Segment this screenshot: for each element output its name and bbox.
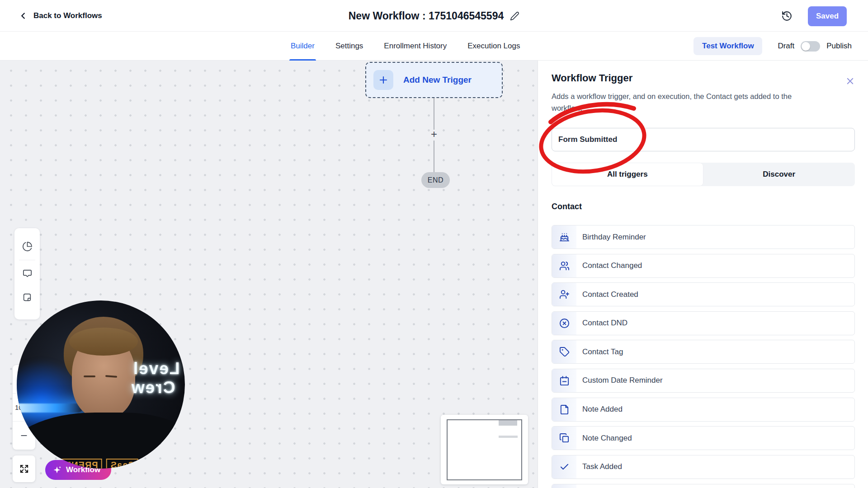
trigger-list: Birthday ReminderContact ChangedContact …: [552, 225, 855, 483]
trigger-item[interactable]: Task Added: [552, 455, 855, 479]
tab-builder[interactable]: Builder: [291, 32, 315, 61]
trigger-item[interactable]: Contact DND: [552, 311, 855, 335]
trigger-item-label: Birthday Reminder: [576, 233, 646, 242]
trigger-item-icon-zone: [552, 340, 576, 363]
expand-icon: [19, 464, 29, 474]
trigger-item-icon-zone: [552, 484, 576, 488]
plus-icon: [378, 75, 389, 85]
tab-actions: Test Workflow Draft Publish: [693, 32, 852, 61]
trigger-item-icon-zone: [552, 312, 576, 335]
trigger-item[interactable]: Note Added: [552, 398, 855, 422]
tab-bar: BuilderSettingsEnrollment HistoryExecuti…: [0, 32, 868, 61]
trigger-item-label: Contact DND: [576, 319, 627, 328]
trigger-item-icon-zone: [552, 427, 576, 450]
webcam-person-fringe: [69, 328, 138, 356]
trigger-item-label: Contact Changed: [576, 261, 642, 270]
toolbar-divider: [19, 260, 35, 260]
chevron-left-icon: [18, 11, 28, 21]
fullscreen-button[interactable]: [13, 455, 35, 482]
circle-x-icon: [559, 318, 570, 328]
section-header-contact: Contact: [552, 202, 582, 211]
tag-icon: [559, 347, 570, 357]
saved-button[interactable]: Saved: [808, 6, 847, 26]
copy-icon: [559, 433, 570, 443]
trigger-tabs: All triggers Discover: [552, 163, 855, 186]
webcam-overlay[interactable]: Level Crew SaaSPRENEUR: [17, 300, 185, 469]
stats-button[interactable]: [14, 235, 40, 258]
neon-sign-mirrored-text: Level Crew: [131, 359, 179, 397]
webcam-person-eye: [84, 375, 95, 377]
draft-label: Draft: [778, 42, 794, 51]
minimap-viewport: [447, 419, 522, 480]
trigger-item[interactable]: Contact Created: [552, 282, 855, 306]
top-header: Back to Workflows New Workflow : 1751046…: [0, 0, 868, 32]
end-node: END: [421, 172, 450, 188]
trigger-item[interactable]: Contact Tag: [552, 340, 855, 364]
check-icon: [559, 462, 570, 472]
cake-icon: [559, 232, 570, 242]
trigger-item-label: Contact Tag: [576, 347, 623, 357]
trigger-item[interactable]: Birthday Reminder: [552, 225, 855, 249]
page-title: New Workflow : 1751046545594: [349, 10, 504, 22]
workflow-title-group: New Workflow : 1751046545594: [0, 0, 868, 32]
publish-label: Publish: [826, 42, 852, 51]
connector-line-bottom: [434, 141, 434, 172]
back-label: Back to Workflows: [33, 11, 102, 20]
panel-description: Adds a workflow trigger, and on executio…: [552, 90, 819, 114]
trigger-item-label: Note Changed: [576, 434, 632, 443]
chat-bubble-icon: [22, 269, 33, 279]
trigger-item[interactable]: Contact Changed: [552, 254, 855, 278]
webcam-led-strip: [17, 404, 83, 413]
trigger-item-label: Custom Date Reminder: [576, 376, 663, 385]
comments-button[interactable]: [14, 262, 40, 286]
version-history-button[interactable]: [781, 10, 793, 22]
canvas-side-toolbar: [14, 228, 40, 319]
minimap[interactable]: [441, 415, 528, 484]
tab-enrollment-history[interactable]: Enrollment History: [384, 32, 447, 61]
workflow-builder-app: Back to Workflows New Workflow : 1751046…: [0, 0, 868, 488]
user-plus-icon: [559, 289, 570, 300]
calendar-icon: [559, 375, 570, 386]
sparkle-icon: [52, 465, 61, 474]
publish-toggle[interactable]: [801, 41, 820, 52]
trigger-item-icon-zone: [552, 455, 576, 479]
users-icon: [559, 261, 570, 271]
trigger-item-partial[interactable]: [552, 484, 855, 488]
add-trigger-label: Add New Trigger: [403, 75, 472, 85]
tab-discover[interactable]: Discover: [703, 163, 855, 186]
trigger-item-icon-zone: [552, 398, 576, 421]
edit-title-button[interactable]: [510, 11, 519, 21]
trigger-item[interactable]: Custom Date Reminder: [552, 369, 855, 393]
file-icon: [559, 404, 570, 415]
trigger-item-icon-zone: [552, 254, 576, 277]
trigger-item-label: Task Added: [576, 462, 622, 471]
trigger-search-input[interactable]: [552, 128, 855, 151]
history-clock-icon: [781, 10, 793, 22]
workflow-canvas[interactable]: Add New Trigger + END 100%: [0, 61, 538, 488]
test-workflow-button[interactable]: Test Workflow: [693, 37, 762, 55]
minimap-node-end: [499, 436, 518, 438]
trigger-item-icon-zone: [552, 225, 576, 249]
minus-icon: [19, 431, 28, 440]
tab-all-triggers[interactable]: All triggers: [552, 163, 703, 186]
trigger-item-icon-zone: [552, 369, 576, 392]
notes-button[interactable]: [14, 286, 40, 309]
toggle-knob: [802, 42, 810, 51]
sticky-note-icon: [22, 292, 32, 302]
close-icon: [845, 76, 855, 86]
add-step-button[interactable]: +: [428, 128, 440, 140]
tab-settings[interactable]: Settings: [335, 32, 363, 61]
back-to-workflows-button[interactable]: Back to Workflows: [18, 0, 102, 32]
panel-title: Workflow Trigger: [552, 72, 632, 84]
pencil-icon: [510, 11, 519, 21]
add-new-trigger-node[interactable]: Add New Trigger: [365, 62, 503, 98]
close-panel-button[interactable]: [845, 76, 855, 88]
minimap-node-trigger: [499, 420, 517, 426]
tab-execution-logs[interactable]: Execution Logs: [467, 32, 520, 61]
trigger-item-label: Note Added: [576, 405, 623, 414]
plus-tile: [373, 70, 393, 90]
connector-line-top: [434, 98, 434, 130]
trigger-item[interactable]: Note Changed: [552, 426, 855, 450]
pie-chart-icon: [22, 241, 33, 252]
workflow-trigger-panel: Workflow Trigger Adds a workflow trigger…: [538, 61, 868, 488]
